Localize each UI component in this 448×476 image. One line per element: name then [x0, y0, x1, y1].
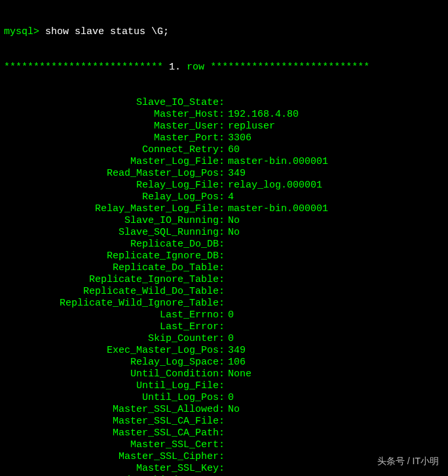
field-key: Master_Log_File — [4, 156, 219, 168]
field-key: Connect_Retry — [4, 144, 219, 156]
field-key: Until_Condition — [4, 368, 219, 380]
field-value — [225, 427, 228, 439]
field-row: Master_SSL_CA_File: — [4, 416, 444, 427]
field-value: No — [225, 227, 240, 239]
field-row: Last_Error: — [4, 321, 444, 333]
field-value: master-bin.000001 — [225, 156, 328, 168]
field-key: Master_SSL_CA_File — [4, 416, 219, 427]
separator-right: *************************** — [210, 62, 369, 73]
field-value: relay_log.000001 — [225, 180, 322, 191]
field-row: Master_Host:192.168.4.80 — [4, 109, 444, 121]
colon: : — [219, 368, 225, 380]
field-value — [225, 274, 228, 286]
field-row: Master_SSL_CA_Path: — [4, 427, 444, 439]
field-value — [225, 416, 228, 427]
field-row: Exec_Master_Log_Pos:349 — [4, 345, 444, 357]
field-row: Slave_SQL_Running:No — [4, 227, 444, 239]
field-row: Replicate_Wild_Do_Table: — [4, 286, 444, 298]
colon: : — [219, 97, 225, 109]
field-key: Read_Master_Log_Pos — [4, 168, 219, 180]
field-value: None — [225, 368, 252, 380]
colon: : — [219, 109, 225, 121]
field-row: Replicate_Ignore_Table: — [4, 274, 444, 286]
colon: : — [219, 451, 225, 463]
field-row: Master_Log_File:master-bin.000001 — [4, 156, 444, 168]
watermark: 头条号 / IT小明 — [377, 455, 439, 467]
field-row: Until_Log_Pos:0 — [4, 392, 444, 404]
colon: : — [219, 262, 225, 274]
colon: : — [219, 463, 225, 475]
colon: : — [219, 168, 225, 180]
field-value: 0 — [225, 309, 234, 321]
field-key: Slave_IO_State — [4, 97, 219, 109]
field-key: Slave_IO_Running — [4, 215, 219, 227]
colon: : — [219, 416, 225, 427]
colon: : — [219, 250, 225, 262]
field-row: Replicate_Do_DB: — [4, 239, 444, 250]
field-row: Slave_IO_Running:No — [4, 215, 444, 227]
field-row: Relay_Master_Log_File:master-bin.000001 — [4, 203, 444, 215]
colon: : — [219, 309, 225, 321]
separator-left: *************************** — [4, 62, 163, 73]
field-row: Relay_Log_File:relay_log.000001 — [4, 180, 444, 191]
field-value — [225, 250, 228, 262]
field-key: Last_Errno — [4, 309, 219, 321]
command-text: show slave status \G; — [45, 26, 169, 38]
field-key: Master_SSL_Allowed — [4, 404, 219, 416]
field-row: Replicate_Ignore_DB: — [4, 250, 444, 262]
colon: : — [219, 215, 225, 227]
field-key: Exec_Master_Log_Pos — [4, 345, 219, 357]
row-separator: *************************** 1. row *****… — [4, 62, 444, 73]
fields-list: Slave_IO_State:Master_Host:192.168.4.80M… — [4, 97, 444, 476]
row-number: 1. — [169, 62, 181, 73]
field-value: 60 — [225, 144, 240, 156]
field-row: Replicate_Wild_Ignore_Table: — [4, 298, 444, 309]
colon: : — [219, 274, 225, 286]
field-key: Master_Port — [4, 132, 219, 144]
field-value — [225, 298, 228, 309]
field-row: Read_Master_Log_Pos:349 — [4, 168, 444, 180]
colon: : — [219, 227, 225, 239]
prompt-line[interactable]: mysql> show slave status \G; — [4, 26, 444, 38]
field-row: Until_Log_File: — [4, 380, 444, 392]
field-key: Replicate_Wild_Ignore_Table — [4, 298, 219, 309]
field-value — [225, 321, 228, 333]
colon: : — [219, 156, 225, 168]
field-value: 192.168.4.80 — [225, 109, 299, 121]
field-value: 349 — [225, 168, 246, 180]
field-row: Until_Condition:None — [4, 368, 444, 380]
field-key: Master_SSL_Key — [4, 463, 219, 475]
field-value — [225, 380, 228, 392]
colon: : — [219, 357, 225, 368]
field-value — [225, 262, 228, 274]
field-value: 0 — [225, 392, 234, 404]
field-row: Last_Errno:0 — [4, 309, 444, 321]
field-key: Master_User — [4, 121, 219, 132]
field-row: Master_User:repluser — [4, 121, 444, 132]
field-key: Relay_Master_Log_File — [4, 203, 219, 215]
field-key: Until_Log_File — [4, 380, 219, 392]
field-key: Relay_Log_Space — [4, 357, 219, 368]
colon: : — [219, 132, 225, 144]
field-key: Master_SSL_CA_Path — [4, 427, 219, 439]
field-row: Slave_IO_State: — [4, 97, 444, 109]
colon: : — [219, 392, 225, 404]
field-value — [225, 239, 228, 250]
field-row: Master_Port:3306 — [4, 132, 444, 144]
colon: : — [219, 191, 225, 203]
field-value: 3306 — [225, 132, 252, 144]
field-row: Connect_Retry:60 — [4, 144, 444, 156]
terminal-output: mysql> show slave status \G; ***********… — [0, 0, 448, 476]
colon: : — [219, 121, 225, 132]
field-key: Master_SSL_Cert — [4, 439, 219, 451]
field-row: Relay_Log_Pos:4 — [4, 191, 444, 203]
colon: : — [219, 439, 225, 451]
field-key: Skip_Counter — [4, 333, 219, 345]
field-key: Relay_Log_Pos — [4, 191, 219, 203]
colon: : — [219, 203, 225, 215]
colon: : — [219, 144, 225, 156]
field-key: Master_Host — [4, 109, 219, 121]
colon: : — [219, 427, 225, 439]
field-key: Replicate_Ignore_DB — [4, 250, 219, 262]
field-value — [225, 451, 228, 463]
